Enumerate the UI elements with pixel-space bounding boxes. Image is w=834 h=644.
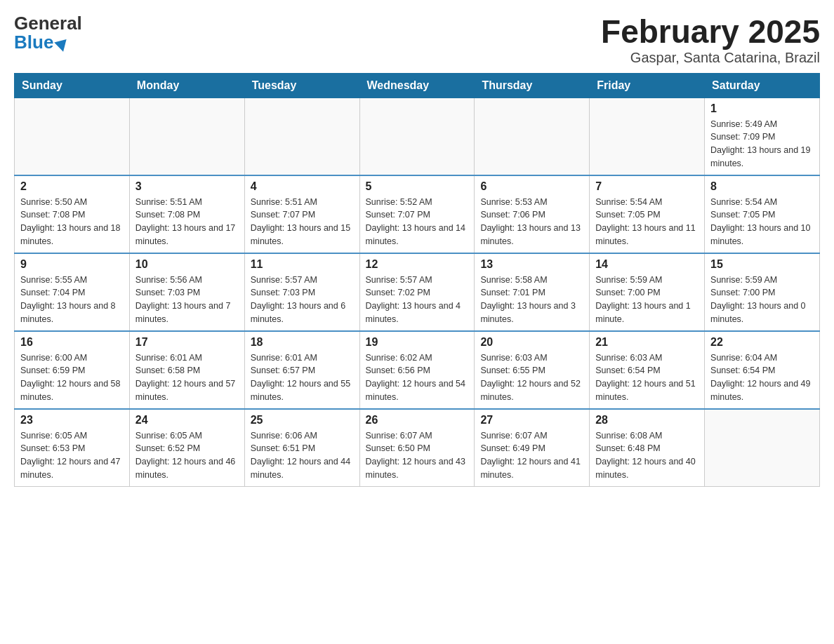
calendar-body: 1Sunrise: 5:49 AM Sunset: 7:09 PM Daylig…: [15, 98, 820, 486]
day-cell: 26Sunrise: 6:07 AM Sunset: 6:50 PM Dayli…: [359, 409, 475, 487]
day-info: Sunrise: 5:54 AM Sunset: 7:05 PM Dayligh…: [710, 196, 814, 248]
day-number: 14: [595, 258, 699, 271]
day-number: 19: [366, 336, 469, 349]
day-info: Sunrise: 6:03 AM Sunset: 6:54 PM Dayligh…: [595, 351, 699, 404]
day-number: 10: [135, 258, 239, 271]
day-info: Sunrise: 5:59 AM Sunset: 7:00 PM Dayligh…: [595, 274, 699, 326]
day-cell: 22Sunrise: 6:04 AM Sunset: 6:54 PM Dayli…: [705, 331, 820, 409]
day-info: Sunrise: 6:04 AM Sunset: 6:54 PM Dayligh…: [710, 351, 814, 404]
day-info: Sunrise: 6:01 AM Sunset: 6:57 PM Dayligh…: [251, 351, 354, 404]
header-wednesday: Wednesday: [359, 73, 475, 98]
day-cell: 7Sunrise: 5:54 AM Sunset: 7:05 PM Daylig…: [590, 175, 705, 253]
day-number: 2: [20, 180, 124, 193]
day-cell: 1Sunrise: 5:49 AM Sunset: 7:09 PM Daylig…: [705, 98, 820, 175]
day-cell: 3Sunrise: 5:51 AM Sunset: 7:08 PM Daylig…: [129, 175, 244, 253]
day-info: Sunrise: 5:54 AM Sunset: 7:05 PM Dayligh…: [595, 196, 699, 248]
day-cell: [590, 98, 705, 175]
day-cell: 23Sunrise: 6:05 AM Sunset: 6:53 PM Dayli…: [15, 409, 130, 487]
day-number: 20: [480, 336, 583, 349]
day-cell: 21Sunrise: 6:03 AM Sunset: 6:54 PM Dayli…: [590, 331, 705, 409]
logo-blue: Blue: [14, 33, 53, 51]
day-cell: 11Sunrise: 5:57 AM Sunset: 7:03 PM Dayli…: [244, 253, 359, 331]
location-title: Gaspar, Santa Catarina, Brazil: [601, 50, 820, 66]
day-cell: 25Sunrise: 6:06 AM Sunset: 6:51 PM Dayli…: [244, 409, 359, 487]
calendar-table: SundayMondayTuesdayWednesdayThursdayFrid…: [14, 73, 820, 487]
day-number: 22: [710, 336, 814, 349]
day-cell: 12Sunrise: 5:57 AM Sunset: 7:02 PM Dayli…: [359, 253, 475, 331]
header-row: SundayMondayTuesdayWednesdayThursdayFrid…: [15, 73, 820, 98]
header-tuesday: Tuesday: [244, 73, 359, 98]
week-row-1: 1Sunrise: 5:49 AM Sunset: 7:09 PM Daylig…: [15, 98, 820, 175]
day-cell: 10Sunrise: 5:56 AM Sunset: 7:03 PM Dayli…: [129, 253, 244, 331]
week-row-3: 9Sunrise: 5:55 AM Sunset: 7:04 PM Daylig…: [15, 253, 820, 331]
day-number: 9: [20, 258, 124, 271]
week-row-5: 23Sunrise: 6:05 AM Sunset: 6:53 PM Dayli…: [15, 409, 820, 487]
day-number: 15: [710, 258, 814, 271]
day-cell: 28Sunrise: 6:08 AM Sunset: 6:48 PM Dayli…: [590, 409, 705, 487]
day-info: Sunrise: 5:58 AM Sunset: 7:01 PM Dayligh…: [480, 274, 583, 326]
day-info: Sunrise: 6:06 AM Sunset: 6:51 PM Dayligh…: [251, 429, 354, 482]
day-number: 6: [480, 180, 583, 193]
day-cell: 15Sunrise: 5:59 AM Sunset: 7:00 PM Dayli…: [705, 253, 820, 331]
day-info: Sunrise: 6:07 AM Sunset: 6:50 PM Dayligh…: [366, 429, 469, 482]
header-monday: Monday: [129, 73, 244, 98]
week-row-2: 2Sunrise: 5:50 AM Sunset: 7:08 PM Daylig…: [15, 175, 820, 253]
day-info: Sunrise: 6:00 AM Sunset: 6:59 PM Dayligh…: [20, 351, 124, 404]
day-cell: 4Sunrise: 5:51 AM Sunset: 7:07 PM Daylig…: [244, 175, 359, 253]
day-number: 12: [366, 258, 469, 271]
day-number: 18: [251, 336, 354, 349]
day-cell: 20Sunrise: 6:03 AM Sunset: 6:55 PM Dayli…: [475, 331, 590, 409]
day-info: Sunrise: 5:59 AM Sunset: 7:00 PM Dayligh…: [710, 274, 814, 326]
header-friday: Friday: [590, 73, 705, 98]
day-cell: [244, 98, 359, 175]
day-info: Sunrise: 6:02 AM Sunset: 6:56 PM Dayligh…: [366, 351, 469, 404]
day-info: Sunrise: 6:08 AM Sunset: 6:48 PM Dayligh…: [595, 429, 699, 482]
day-info: Sunrise: 5:51 AM Sunset: 7:08 PM Dayligh…: [135, 196, 239, 248]
day-number: 21: [595, 336, 699, 349]
day-number: 24: [135, 414, 239, 427]
day-info: Sunrise: 6:01 AM Sunset: 6:58 PM Dayligh…: [135, 351, 239, 404]
day-info: Sunrise: 6:05 AM Sunset: 6:53 PM Dayligh…: [20, 429, 124, 482]
day-cell: [705, 409, 820, 487]
day-cell: 14Sunrise: 5:59 AM Sunset: 7:00 PM Dayli…: [590, 253, 705, 331]
day-number: 25: [251, 414, 354, 427]
day-cell: 8Sunrise: 5:54 AM Sunset: 7:05 PM Daylig…: [705, 175, 820, 253]
header-saturday: Saturday: [705, 73, 820, 98]
day-number: 11: [251, 258, 354, 271]
day-cell: [129, 98, 244, 175]
day-info: Sunrise: 6:05 AM Sunset: 6:52 PM Dayligh…: [135, 429, 239, 482]
page-header: General Blue February 2025 Gaspar, Santa…: [14, 14, 820, 66]
day-cell: 9Sunrise: 5:55 AM Sunset: 7:04 PM Daylig…: [15, 253, 130, 331]
day-number: 7: [595, 180, 699, 193]
day-info: Sunrise: 5:52 AM Sunset: 7:07 PM Dayligh…: [366, 196, 469, 248]
day-info: Sunrise: 5:49 AM Sunset: 7:09 PM Dayligh…: [710, 118, 814, 170]
header-thursday: Thursday: [475, 73, 590, 98]
day-number: 5: [366, 180, 469, 193]
day-cell: 6Sunrise: 5:53 AM Sunset: 7:06 PM Daylig…: [475, 175, 590, 253]
day-number: 3: [135, 180, 239, 193]
day-number: 26: [366, 414, 469, 427]
day-cell: 19Sunrise: 6:02 AM Sunset: 6:56 PM Dayli…: [359, 331, 475, 409]
day-info: Sunrise: 5:53 AM Sunset: 7:06 PM Dayligh…: [480, 196, 583, 248]
day-number: 28: [595, 414, 699, 427]
logo-general: General: [14, 14, 82, 32]
day-cell: [15, 98, 130, 175]
day-info: Sunrise: 5:50 AM Sunset: 7:08 PM Dayligh…: [20, 196, 124, 248]
day-cell: 5Sunrise: 5:52 AM Sunset: 7:07 PM Daylig…: [359, 175, 475, 253]
day-cell: 13Sunrise: 5:58 AM Sunset: 7:01 PM Dayli…: [475, 253, 590, 331]
day-info: Sunrise: 5:57 AM Sunset: 7:03 PM Dayligh…: [251, 274, 354, 326]
month-title: February 2025: [601, 14, 820, 50]
day-number: 27: [480, 414, 583, 427]
day-info: Sunrise: 6:07 AM Sunset: 6:49 PM Dayligh…: [480, 429, 583, 482]
day-cell: 2Sunrise: 5:50 AM Sunset: 7:08 PM Daylig…: [15, 175, 130, 253]
day-info: Sunrise: 5:51 AM Sunset: 7:07 PM Dayligh…: [251, 196, 354, 248]
day-cell: 16Sunrise: 6:00 AM Sunset: 6:59 PM Dayli…: [15, 331, 130, 409]
day-info: Sunrise: 5:55 AM Sunset: 7:04 PM Dayligh…: [20, 274, 124, 326]
day-info: Sunrise: 5:57 AM Sunset: 7:02 PM Dayligh…: [366, 274, 469, 326]
day-cell: 27Sunrise: 6:07 AM Sunset: 6:49 PM Dayli…: [475, 409, 590, 487]
day-number: 16: [20, 336, 124, 349]
day-number: 4: [251, 180, 354, 193]
logo-text: General Blue: [14, 14, 82, 52]
logo-triangle-icon: [55, 39, 70, 53]
day-number: 8: [710, 180, 814, 193]
